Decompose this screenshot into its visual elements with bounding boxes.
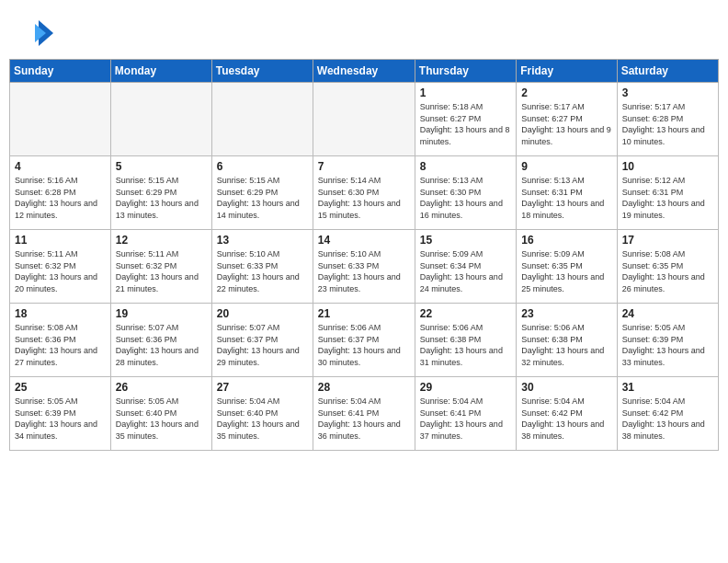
page-header — [9, 9, 719, 53]
calendar-week-1: 1Sunrise: 5:18 AMSunset: 6:27 PMDaylight… — [10, 83, 719, 156]
day-number: 25 — [15, 381, 106, 394]
day-info: Sunrise: 5:05 AMSunset: 6:39 PMDaylight:… — [15, 396, 106, 442]
day-info: Sunrise: 5:12 AMSunset: 6:31 PMDaylight:… — [622, 175, 713, 221]
weekday-header-tuesday: Tuesday — [211, 60, 313, 83]
calendar-cell: 27Sunrise: 5:04 AMSunset: 6:40 PMDayligh… — [211, 377, 313, 451]
calendar-cell: 16Sunrise: 5:09 AMSunset: 6:35 PMDayligh… — [517, 230, 617, 304]
day-number: 16 — [521, 234, 611, 247]
calendar-cell: 3Sunrise: 5:17 AMSunset: 6:28 PMDaylight… — [617, 83, 718, 156]
day-number: 22 — [420, 307, 511, 320]
day-info: Sunrise: 5:06 AMSunset: 6:37 PMDaylight:… — [318, 322, 410, 368]
day-number: 19 — [116, 307, 207, 320]
day-info: Sunrise: 5:13 AMSunset: 6:31 PMDaylight:… — [521, 175, 611, 221]
day-number: 30 — [521, 381, 611, 394]
day-number: 1 — [420, 86, 511, 99]
weekday-header-row: SundayMondayTuesdayWednesdayThursdayFrid… — [10, 60, 719, 83]
weekday-header-saturday: Saturday — [617, 60, 718, 83]
calendar-cell — [211, 83, 313, 156]
day-info: Sunrise: 5:06 AMSunset: 6:38 PMDaylight:… — [420, 322, 511, 368]
calendar-cell — [10, 83, 111, 156]
day-number: 8 — [420, 160, 511, 173]
logo — [20, 17, 55, 50]
day-info: Sunrise: 5:05 AMSunset: 6:40 PMDaylight:… — [116, 396, 207, 442]
calendar-cell: 6Sunrise: 5:15 AMSunset: 6:29 PMDaylight… — [211, 156, 313, 230]
day-number: 13 — [217, 234, 308, 247]
day-info: Sunrise: 5:05 AMSunset: 6:39 PMDaylight:… — [622, 322, 713, 368]
day-number: 12 — [116, 234, 207, 247]
day-info: Sunrise: 5:17 AMSunset: 6:27 PMDaylight:… — [521, 101, 611, 147]
calendar-cell: 5Sunrise: 5:15 AMSunset: 6:29 PMDaylight… — [110, 156, 211, 230]
day-info: Sunrise: 5:08 AMSunset: 6:35 PMDaylight:… — [622, 248, 713, 294]
calendar-cell: 10Sunrise: 5:12 AMSunset: 6:31 PMDayligh… — [617, 156, 718, 230]
calendar-cell: 28Sunrise: 5:04 AMSunset: 6:41 PMDayligh… — [313, 377, 415, 451]
day-info: Sunrise: 5:15 AMSunset: 6:29 PMDaylight:… — [217, 175, 308, 221]
day-info: Sunrise: 5:04 AMSunset: 6:40 PMDaylight:… — [217, 396, 308, 442]
day-info: Sunrise: 5:17 AMSunset: 6:28 PMDaylight:… — [622, 101, 713, 147]
day-info: Sunrise: 5:16 AMSunset: 6:28 PMDaylight:… — [15, 175, 106, 221]
calendar-cell: 25Sunrise: 5:05 AMSunset: 6:39 PMDayligh… — [10, 377, 111, 451]
logo-icon — [20, 17, 53, 50]
calendar-cell: 23Sunrise: 5:06 AMSunset: 6:38 PMDayligh… — [517, 304, 617, 377]
calendar-week-5: 25Sunrise: 5:05 AMSunset: 6:39 PMDayligh… — [10, 377, 719, 451]
day-number: 23 — [521, 307, 611, 320]
day-number: 6 — [217, 160, 308, 173]
day-number: 9 — [521, 160, 611, 173]
day-info: Sunrise: 5:09 AMSunset: 6:35 PMDaylight:… — [521, 248, 611, 294]
day-info: Sunrise: 5:13 AMSunset: 6:30 PMDaylight:… — [420, 175, 511, 221]
day-number: 10 — [622, 160, 713, 173]
day-number: 24 — [622, 307, 713, 320]
calendar-body: 1Sunrise: 5:18 AMSunset: 6:27 PMDaylight… — [10, 83, 719, 451]
day-number: 5 — [116, 160, 207, 173]
calendar-cell: 11Sunrise: 5:11 AMSunset: 6:32 PMDayligh… — [10, 230, 111, 304]
calendar-cell: 1Sunrise: 5:18 AMSunset: 6:27 PMDaylight… — [415, 83, 516, 156]
day-info: Sunrise: 5:14 AMSunset: 6:30 PMDaylight:… — [318, 175, 410, 221]
calendar-cell: 2Sunrise: 5:17 AMSunset: 6:27 PMDaylight… — [517, 83, 617, 156]
day-number: 21 — [318, 307, 410, 320]
calendar-cell: 4Sunrise: 5:16 AMSunset: 6:28 PMDaylight… — [10, 156, 111, 230]
day-number: 27 — [217, 381, 308, 394]
calendar-cell — [110, 83, 211, 156]
day-info: Sunrise: 5:10 AMSunset: 6:33 PMDaylight:… — [318, 248, 410, 294]
day-number: 31 — [622, 381, 713, 394]
calendar-cell: 19Sunrise: 5:07 AMSunset: 6:36 PMDayligh… — [110, 304, 211, 377]
day-number: 17 — [622, 234, 713, 247]
calendar-cell: 14Sunrise: 5:10 AMSunset: 6:33 PMDayligh… — [313, 230, 415, 304]
day-number: 2 — [521, 86, 611, 99]
calendar-cell: 31Sunrise: 5:04 AMSunset: 6:42 PMDayligh… — [617, 377, 718, 451]
calendar-table: SundayMondayTuesdayWednesdayThursdayFrid… — [9, 59, 719, 451]
day-info: Sunrise: 5:08 AMSunset: 6:36 PMDaylight:… — [15, 322, 106, 368]
calendar-cell: 12Sunrise: 5:11 AMSunset: 6:32 PMDayligh… — [110, 230, 211, 304]
calendar-cell: 21Sunrise: 5:06 AMSunset: 6:37 PMDayligh… — [313, 304, 415, 377]
calendar-cell: 18Sunrise: 5:08 AMSunset: 6:36 PMDayligh… — [10, 304, 111, 377]
day-info: Sunrise: 5:10 AMSunset: 6:33 PMDaylight:… — [217, 248, 308, 294]
day-info: Sunrise: 5:04 AMSunset: 6:42 PMDaylight:… — [521, 396, 611, 442]
calendar-cell: 13Sunrise: 5:10 AMSunset: 6:33 PMDayligh… — [211, 230, 313, 304]
day-number: 29 — [420, 381, 511, 394]
calendar-cell: 26Sunrise: 5:05 AMSunset: 6:40 PMDayligh… — [110, 377, 211, 451]
day-number: 4 — [15, 160, 106, 173]
day-number: 20 — [217, 307, 308, 320]
calendar-cell — [313, 83, 415, 156]
calendar-cell: 22Sunrise: 5:06 AMSunset: 6:38 PMDayligh… — [415, 304, 516, 377]
day-number: 18 — [15, 307, 106, 320]
calendar-cell: 9Sunrise: 5:13 AMSunset: 6:31 PMDaylight… — [517, 156, 617, 230]
day-number: 7 — [318, 160, 410, 173]
calendar-cell: 30Sunrise: 5:04 AMSunset: 6:42 PMDayligh… — [517, 377, 617, 451]
calendar-cell: 29Sunrise: 5:04 AMSunset: 6:41 PMDayligh… — [415, 377, 516, 451]
day-number: 26 — [116, 381, 207, 394]
day-number: 15 — [420, 234, 511, 247]
calendar-cell: 17Sunrise: 5:08 AMSunset: 6:35 PMDayligh… — [617, 230, 718, 304]
day-info: Sunrise: 5:11 AMSunset: 6:32 PMDaylight:… — [116, 248, 207, 294]
day-info: Sunrise: 5:15 AMSunset: 6:29 PMDaylight:… — [116, 175, 207, 221]
day-number: 11 — [15, 234, 106, 247]
calendar-week-3: 11Sunrise: 5:11 AMSunset: 6:32 PMDayligh… — [10, 230, 719, 304]
day-info: Sunrise: 5:04 AMSunset: 6:41 PMDaylight:… — [420, 396, 511, 442]
weekday-header-sunday: Sunday — [10, 60, 111, 83]
calendar-week-4: 18Sunrise: 5:08 AMSunset: 6:36 PMDayligh… — [10, 304, 719, 377]
calendar-cell: 20Sunrise: 5:07 AMSunset: 6:37 PMDayligh… — [211, 304, 313, 377]
weekday-header-friday: Friday — [517, 60, 617, 83]
calendar-cell: 24Sunrise: 5:05 AMSunset: 6:39 PMDayligh… — [617, 304, 718, 377]
day-info: Sunrise: 5:09 AMSunset: 6:34 PMDaylight:… — [420, 248, 511, 294]
day-info: Sunrise: 5:04 AMSunset: 6:42 PMDaylight:… — [622, 396, 713, 442]
day-number: 14 — [318, 234, 410, 247]
